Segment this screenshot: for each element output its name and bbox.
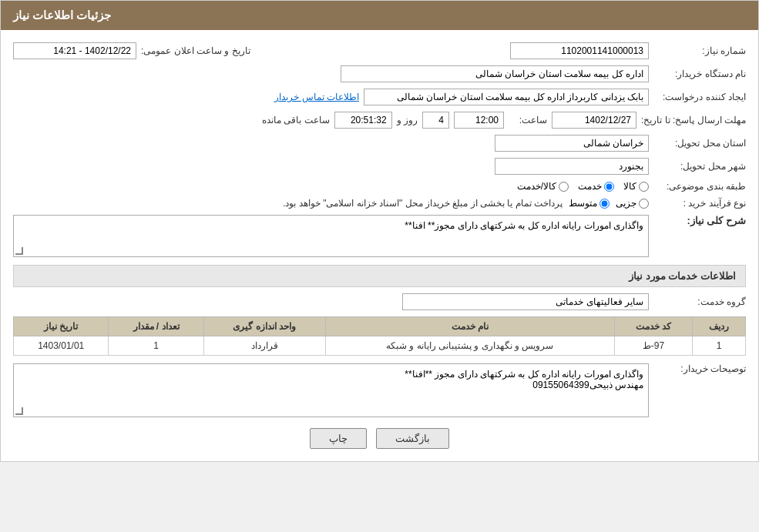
ijad-konande-input[interactable]	[364, 89, 649, 105]
tarikh-label: تاریخ و ساعت اعلان عمومی:	[141, 45, 250, 56]
sharh-koli-label: شرح کلی نیاز:	[653, 215, 746, 226]
btn-bazgasht[interactable]: بازگشت	[376, 428, 449, 449]
page-title: جزئیات اطلاعات نیاز	[13, 8, 111, 22]
cell-vahed: قرارداد	[203, 336, 325, 356]
tabaqe-kala-label: کالا	[623, 181, 636, 192]
service-table: ردیف کد خدمت نام خدمت واحد اندازه گیری ت…	[13, 316, 746, 356]
nooe-farayand-options: جزیی متوسط پرداخت تمام یا بخشی از مبلغ خ…	[283, 198, 649, 209]
sharh-koli-box: واگذاری امورات رایانه اداره کل به شرکتها…	[13, 215, 649, 257]
col-code: کد خدمت	[614, 317, 692, 336]
page-wrapper: جزئیات اطلاعات نیاز شماره نیاز: تاریخ و …	[0, 0, 759, 462]
tabaqe-kala-khedmat[interactable]: کالا/خدمت	[517, 181, 569, 192]
cell-code: 97-ط	[614, 336, 692, 356]
tabaqe-kala[interactable]: کالا	[623, 181, 649, 192]
ijad-konande-label: ایجاد کننده درخواست:	[653, 92, 746, 102]
shomara-niaz-label: شماره نیاز:	[653, 45, 746, 56]
cell-name: سرویس و نگهداری و پشتیبانی رایانه و شبکه	[325, 336, 614, 356]
row-tabaqe: طبقه بندی موضوعی: کالا خدمت کالا/خدمت	[13, 181, 746, 192]
row-grooh-khedmat: گروه خدمت:	[13, 293, 746, 310]
col-tarikh: تاریخ نیاز	[14, 317, 109, 336]
sharh-koli-value: واگذاری امورات رایانه اداره کل به شرکتها…	[405, 220, 643, 231]
row-sharh-koli: شرح کلی نیاز: واگذاری امورات رایانه ادار…	[13, 215, 746, 257]
row-shomara-tarikh: شماره نیاز: تاریخ و ساعت اعلان عمومی:	[13, 42, 746, 59]
buttons-row: بازگشت چاپ	[13, 428, 746, 449]
tosifat-corner-icon	[15, 407, 23, 415]
mohlet-rooz-label: روز و	[397, 115, 418, 125]
row-mohlet: مهلت ارسال پاسخ: تا تاریخ: ساعت: روز و س…	[13, 112, 746, 129]
btn-chap[interactable]: چاپ	[310, 428, 367, 449]
mohlet-saat-input[interactable]	[454, 112, 504, 129]
farayand-motavasset-label: متوسط	[569, 198, 597, 209]
name-dastgah-label: نام دستگاه خریدار:	[653, 69, 746, 79]
mohlet-seconds-input[interactable]	[334, 112, 392, 129]
tabaqe-khedmat-radio[interactable]	[604, 182, 614, 192]
tarikh-input[interactable]	[13, 42, 136, 59]
cell-tedad: 1	[109, 336, 203, 356]
farayand-note: پرداخت تمام یا بخشی از مبلغ خریداز محل "…	[283, 198, 563, 209]
tosifat-box: واگذاری امورات رایانه اداره کل به شرکتها…	[13, 363, 649, 417]
row-name-dastgah: نام دستگاه خریدار:	[13, 65, 746, 82]
shahr-input[interactable]	[495, 158, 649, 175]
tosifat-label: توصیحات خریدار:	[653, 363, 746, 374]
col-name: نام خدمت	[325, 317, 614, 336]
tabaqe-kala-khedmat-radio[interactable]	[559, 182, 569, 192]
col-tedad: تعداد / مقدار	[109, 317, 203, 336]
farayand-motavasset-radio[interactable]	[599, 199, 610, 209]
ostan-input[interactable]	[495, 135, 649, 152]
grooh-khedmat-label: گروه خدمت:	[653, 296, 746, 307]
main-content: شماره نیاز: تاریخ و ساعت اعلان عمومی: نا…	[1, 30, 758, 461]
farayand-jazii-radio[interactable]	[639, 199, 649, 209]
row-ostan: استان محل تحویل:	[13, 135, 746, 152]
row-shahr: شهر محل تحویل:	[13, 158, 746, 175]
desc-corner-icon	[15, 247, 23, 255]
cell-tarikh: 1403/01/01	[14, 336, 109, 356]
table-row: 1 97-ط سرویس و نگهداری و پشتیبانی رایانه…	[14, 336, 746, 356]
col-radif: ردیف	[693, 317, 746, 336]
page-header: جزئیات اطلاعات نیاز	[1, 1, 758, 30]
tosifat-value: واگذاری امورات رایانه اداره کل به شرکتها…	[405, 369, 643, 390]
tabaqe-options: کالا خدمت کالا/خدمت	[517, 181, 649, 192]
farayand-jazii[interactable]: جزیی	[616, 198, 649, 209]
mohlet-label: مهلت ارسال پاسخ: تا تاریخ:	[641, 115, 746, 125]
grooh-khedmat-input[interactable]	[402, 293, 649, 310]
mohlet-saat-label: ساعت:	[509, 115, 547, 125]
tabaqe-kala-khedmat-label: کالا/خدمت	[517, 181, 556, 192]
farayand-jazii-label: جزیی	[616, 198, 636, 209]
nooe-farayand-label: نوع فرآیند خرید :	[653, 198, 746, 209]
service-section-header: اطلاعات خدمات مورد نیاز	[13, 265, 746, 287]
tabaqe-khedmat-label: خدمت	[578, 181, 602, 192]
tabaqe-khedmat[interactable]: خدمت	[578, 181, 614, 192]
farayand-motavasset[interactable]: متوسط	[569, 198, 610, 209]
shahr-label: شهر محل تحویل:	[653, 161, 746, 172]
tabaqe-label: طبقه بندی موضوعی:	[653, 181, 746, 192]
cell-radif: 1	[693, 336, 746, 356]
ostan-label: استان محل تحویل:	[653, 138, 746, 149]
shomara-niaz-input[interactable]	[510, 42, 649, 59]
row-ijad-konande: ایجاد کننده درخواست: اطلاعات تماس خریدار	[13, 89, 746, 105]
mohlet-baqi-label: ساعت باقی مانده	[262, 115, 330, 125]
tabaqe-kala-radio[interactable]	[639, 182, 649, 192]
col-vahed: واحد اندازه گیری	[203, 317, 325, 336]
row-tosifat: توصیحات خریدار: واگذاری امورات رایانه اد…	[13, 363, 746, 417]
name-dastgah-input[interactable]	[341, 65, 649, 82]
mohlet-rooz-input[interactable]	[422, 112, 449, 129]
mohlet-date-input[interactable]	[552, 112, 636, 129]
row-nooe-farayand: نوع فرآیند خرید : جزیی متوسط پرداخت تمام…	[13, 198, 746, 209]
ettelaat-tamas-link[interactable]: اطلاعات تماس خریدار	[274, 92, 359, 102]
